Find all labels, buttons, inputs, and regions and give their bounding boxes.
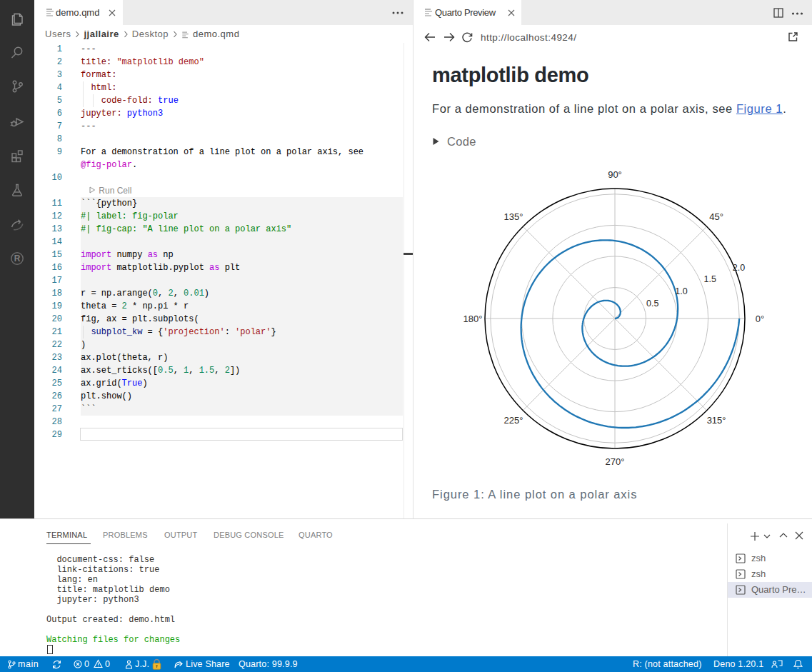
svg-text:225°: 225° bbox=[503, 415, 523, 426]
svg-text:315°: 315° bbox=[707, 415, 726, 426]
svg-text:45°: 45° bbox=[709, 211, 723, 222]
svg-text:R: R bbox=[14, 254, 21, 264]
svg-text:2.0: 2.0 bbox=[733, 263, 745, 273]
svg-text:0.5: 0.5 bbox=[646, 299, 658, 309]
svg-text:90°: 90° bbox=[608, 169, 622, 180]
svg-text:180°: 180° bbox=[463, 314, 483, 324]
svg-text:1.5: 1.5 bbox=[704, 274, 716, 284]
svg-text:0°: 0° bbox=[756, 314, 764, 324]
svg-text:270°: 270° bbox=[606, 456, 625, 467]
svg-text:1.0: 1.0 bbox=[675, 286, 687, 296]
svg-text:135°: 135° bbox=[503, 211, 523, 222]
